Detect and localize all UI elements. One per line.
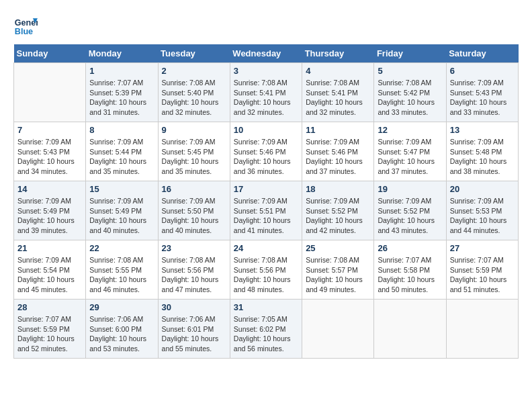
calendar-cell: 12Sunrise: 7:09 AM Sunset: 5:47 PM Dayli… [374, 122, 446, 181]
day-number: 9 [162, 125, 226, 135]
calendar-week-row: 1Sunrise: 7:07 AM Sunset: 5:39 PM Daylig… [14, 63, 519, 122]
day-number: 13 [450, 125, 515, 135]
day-info: Sunrise: 7:09 AM Sunset: 5:52 PM Dayligh… [378, 196, 442, 236]
weekday-header-friday: Friday [374, 44, 446, 63]
logo-icon: General Blue [13, 13, 38, 38]
day-info: Sunrise: 7:06 AM Sunset: 6:00 PM Dayligh… [89, 314, 154, 354]
day-info: Sunrise: 7:09 AM Sunset: 5:51 PM Dayligh… [234, 196, 298, 236]
day-number: 4 [306, 66, 370, 76]
calendar-cell [446, 300, 518, 359]
calendar-cell: 14Sunrise: 7:09 AM Sunset: 5:49 PM Dayli… [14, 181, 86, 240]
day-number: 18 [306, 184, 370, 194]
day-number: 3 [234, 66, 298, 76]
day-info: Sunrise: 7:09 AM Sunset: 5:47 PM Dayligh… [378, 137, 442, 177]
day-info: Sunrise: 7:08 AM Sunset: 5:41 PM Dayligh… [234, 78, 298, 118]
calendar-cell: 30Sunrise: 7:06 AM Sunset: 6:01 PM Dayli… [158, 300, 230, 359]
calendar-cell [14, 63, 86, 122]
weekday-header-sunday: Sunday [14, 44, 86, 63]
calendar-cell: 5Sunrise: 7:08 AM Sunset: 5:42 PM Daylig… [374, 63, 446, 122]
calendar-cell: 24Sunrise: 7:08 AM Sunset: 5:56 PM Dayli… [230, 240, 302, 300]
day-info: Sunrise: 7:09 AM Sunset: 5:46 PM Dayligh… [306, 137, 370, 177]
day-info: Sunrise: 7:09 AM Sunset: 5:49 PM Dayligh… [89, 196, 154, 236]
day-info: Sunrise: 7:08 AM Sunset: 5:56 PM Dayligh… [234, 255, 298, 295]
day-info: Sunrise: 7:08 AM Sunset: 5:42 PM Dayligh… [378, 78, 442, 118]
calendar-cell: 10Sunrise: 7:09 AM Sunset: 5:46 PM Dayli… [230, 122, 302, 181]
day-info: Sunrise: 7:06 AM Sunset: 6:01 PM Dayligh… [162, 314, 226, 354]
calendar-cell: 20Sunrise: 7:09 AM Sunset: 5:53 PM Dayli… [446, 181, 518, 240]
day-number: 23 [162, 243, 226, 253]
day-info: Sunrise: 7:09 AM Sunset: 5:43 PM Dayligh… [450, 78, 515, 118]
calendar-week-row: 7Sunrise: 7:09 AM Sunset: 5:43 PM Daylig… [14, 122, 519, 181]
calendar-cell: 3Sunrise: 7:08 AM Sunset: 5:41 PM Daylig… [230, 63, 302, 122]
calendar-cell: 2Sunrise: 7:08 AM Sunset: 5:40 PM Daylig… [158, 63, 230, 122]
day-number: 31 [234, 302, 298, 312]
calendar-cell: 25Sunrise: 7:08 AM Sunset: 5:57 PM Dayli… [302, 240, 374, 300]
calendar-cell: 13Sunrise: 7:09 AM Sunset: 5:48 PM Dayli… [446, 122, 518, 181]
weekday-header-wednesday: Wednesday [230, 44, 302, 63]
day-info: Sunrise: 7:09 AM Sunset: 5:53 PM Dayligh… [450, 196, 515, 236]
calendar-cell: 4Sunrise: 7:08 AM Sunset: 5:41 PM Daylig… [302, 63, 374, 122]
day-number: 2 [162, 66, 226, 76]
calendar-cell: 28Sunrise: 7:07 AM Sunset: 5:59 PM Dayli… [14, 300, 86, 359]
day-info: Sunrise: 7:09 AM Sunset: 5:44 PM Dayligh… [89, 137, 154, 177]
calendar-cell: 6Sunrise: 7:09 AM Sunset: 5:43 PM Daylig… [446, 63, 518, 122]
day-number: 17 [234, 184, 298, 194]
calendar-week-row: 28Sunrise: 7:07 AM Sunset: 5:59 PM Dayli… [14, 300, 519, 359]
day-info: Sunrise: 7:09 AM Sunset: 5:43 PM Dayligh… [17, 137, 82, 177]
day-number: 19 [378, 184, 442, 194]
calendar-cell [302, 300, 374, 359]
weekday-header-tuesday: Tuesday [158, 44, 230, 63]
calendar-cell: 31Sunrise: 7:05 AM Sunset: 6:02 PM Dayli… [230, 300, 302, 359]
svg-text:Blue: Blue [15, 27, 33, 36]
calendar-cell: 8Sunrise: 7:09 AM Sunset: 5:44 PM Daylig… [86, 122, 158, 181]
day-number: 29 [89, 302, 154, 312]
day-number: 30 [162, 302, 226, 312]
day-info: Sunrise: 7:08 AM Sunset: 5:56 PM Dayligh… [162, 255, 226, 295]
day-info: Sunrise: 7:09 AM Sunset: 5:52 PM Dayligh… [306, 196, 370, 236]
calendar-cell: 26Sunrise: 7:07 AM Sunset: 5:58 PM Dayli… [374, 240, 446, 300]
day-info: Sunrise: 7:08 AM Sunset: 5:40 PM Dayligh… [162, 78, 226, 118]
calendar-cell: 9Sunrise: 7:09 AM Sunset: 5:45 PM Daylig… [158, 122, 230, 181]
day-number: 27 [450, 243, 515, 253]
weekday-header-thursday: Thursday [302, 44, 374, 63]
weekday-header-saturday: Saturday [446, 44, 518, 63]
page-header: General Blue [13, 13, 519, 38]
calendar-cell: 27Sunrise: 7:07 AM Sunset: 5:59 PM Dayli… [446, 240, 518, 300]
calendar-cell: 7Sunrise: 7:09 AM Sunset: 5:43 PM Daylig… [14, 122, 86, 181]
day-info: Sunrise: 7:07 AM Sunset: 5:59 PM Dayligh… [17, 314, 82, 354]
calendar-cell: 17Sunrise: 7:09 AM Sunset: 5:51 PM Dayli… [230, 181, 302, 240]
calendar-week-row: 14Sunrise: 7:09 AM Sunset: 5:49 PM Dayli… [14, 181, 519, 240]
calendar-cell: 19Sunrise: 7:09 AM Sunset: 5:52 PM Dayli… [374, 181, 446, 240]
weekday-header-monday: Monday [86, 44, 158, 63]
calendar-table: SundayMondayTuesdayWednesdayThursdayFrid… [13, 44, 519, 359]
day-number: 6 [450, 66, 515, 76]
calendar-cell: 22Sunrise: 7:08 AM Sunset: 5:55 PM Dayli… [86, 240, 158, 300]
day-number: 8 [89, 125, 154, 135]
day-info: Sunrise: 7:07 AM Sunset: 5:59 PM Dayligh… [450, 255, 515, 295]
day-info: Sunrise: 7:05 AM Sunset: 6:02 PM Dayligh… [234, 314, 298, 354]
day-info: Sunrise: 7:09 AM Sunset: 5:48 PM Dayligh… [450, 137, 515, 177]
calendar-cell [374, 300, 446, 359]
day-number: 5 [378, 66, 442, 76]
day-number: 10 [234, 125, 298, 135]
calendar-week-row: 21Sunrise: 7:09 AM Sunset: 5:54 PM Dayli… [14, 240, 519, 300]
calendar-cell: 11Sunrise: 7:09 AM Sunset: 5:46 PM Dayli… [302, 122, 374, 181]
day-number: 20 [450, 184, 515, 194]
calendar-cell: 1Sunrise: 7:07 AM Sunset: 5:39 PM Daylig… [86, 63, 158, 122]
calendar-cell: 15Sunrise: 7:09 AM Sunset: 5:49 PM Dayli… [86, 181, 158, 240]
day-info: Sunrise: 7:09 AM Sunset: 5:46 PM Dayligh… [234, 137, 298, 177]
day-info: Sunrise: 7:08 AM Sunset: 5:41 PM Dayligh… [306, 78, 370, 118]
day-number: 1 [89, 66, 154, 76]
day-info: Sunrise: 7:09 AM Sunset: 5:45 PM Dayligh… [162, 137, 226, 177]
logo: General Blue [13, 13, 40, 38]
day-info: Sunrise: 7:08 AM Sunset: 5:55 PM Dayligh… [89, 255, 154, 295]
day-number: 28 [17, 302, 82, 312]
day-number: 7 [17, 125, 82, 135]
day-number: 24 [234, 243, 298, 253]
day-number: 15 [89, 184, 154, 194]
day-number: 11 [306, 125, 370, 135]
day-number: 12 [378, 125, 442, 135]
calendar-cell: 29Sunrise: 7:06 AM Sunset: 6:00 PM Dayli… [86, 300, 158, 359]
calendar-cell: 21Sunrise: 7:09 AM Sunset: 5:54 PM Dayli… [14, 240, 86, 300]
day-info: Sunrise: 7:07 AM Sunset: 5:58 PM Dayligh… [378, 255, 442, 295]
